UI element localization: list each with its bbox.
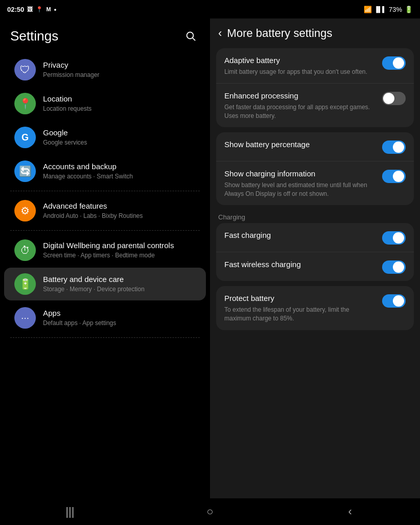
back-nav-icon: ‹ xyxy=(348,505,352,518)
adaptive-battery-toggle[interactable] xyxy=(382,56,406,70)
google-icon: G xyxy=(14,127,36,148)
google-subtitle: Google services xyxy=(43,139,196,147)
battery-percentage: 73% xyxy=(389,6,402,13)
apps-icon: ⋯ xyxy=(14,307,36,329)
sidebar-item-apps[interactable]: ⋯ Apps Default apps · App settings xyxy=(4,301,206,334)
charging-section: Charging Fast charging Fast wireless cha… xyxy=(216,210,414,281)
protect-battery-item[interactable]: Protect battery To extend the lifespan o… xyxy=(216,286,414,330)
advanced-icon: ⚙ xyxy=(14,200,36,221)
divider-2 xyxy=(10,230,200,231)
adaptive-battery-subtitle: Limit battery usage for apps that you do… xyxy=(224,68,377,76)
show-battery-percentage-toggle[interactable] xyxy=(382,140,406,154)
divider-3 xyxy=(10,337,200,338)
apps-subtitle: Default apps · App settings xyxy=(43,319,196,328)
show-battery-percentage-item[interactable]: Show battery percentage xyxy=(216,132,414,161)
fast-wireless-charging-title: Fast wireless charging xyxy=(224,259,377,270)
protect-card: Protect battery To extend the lifespan o… xyxy=(216,286,414,330)
privacy-subtitle: Permission manager xyxy=(43,71,196,79)
enhanced-processing-title: Enhanced processing xyxy=(224,91,377,101)
wifi-icon: 📶 xyxy=(364,6,372,13)
location-subtitle: Location requests xyxy=(43,105,196,113)
svg-line-1 xyxy=(193,38,195,41)
signal-icon: ▐▌▌ xyxy=(374,6,386,12)
advanced-subtitle: Android Auto · Labs · Bixby Routines xyxy=(43,212,196,220)
show-charging-info-item[interactable]: Show charging information Show battery l… xyxy=(216,161,414,205)
svg-point-0 xyxy=(187,32,194,39)
right-panel: ‹ More battery settings Adaptive battery… xyxy=(210,18,420,498)
divider-1 xyxy=(10,191,200,191)
battery-subtitle: Storage · Memory · Device protection xyxy=(43,286,196,294)
sidebar-item-battery[interactable]: 🔋 Battery and device care Storage · Memo… xyxy=(4,268,206,300)
location-title: Location xyxy=(43,94,196,104)
advanced-title: Advanced features xyxy=(43,201,196,211)
nav-bar: ||| ○ ‹ xyxy=(0,498,420,525)
show-charging-info-title: Show charging information xyxy=(224,169,377,179)
right-content: Adaptive battery Limit battery usage for… xyxy=(210,45,420,498)
show-battery-percentage-title: Show battery percentage xyxy=(224,139,377,150)
settings-title: Settings xyxy=(10,28,58,44)
battery-icon: 🔋 xyxy=(405,6,413,13)
status-time: 02:50 xyxy=(7,6,24,13)
accounts-subtitle: Manage accounts · Smart Switch xyxy=(43,173,196,181)
sidebar-item-privacy[interactable]: 🛡 Privacy Permission manager xyxy=(4,53,206,86)
dot-icon: • xyxy=(54,6,56,13)
privacy-icon: 🛡 xyxy=(14,59,36,80)
battery-title: Battery and device care xyxy=(43,274,196,285)
sidebar-item-location[interactable]: 📍 Location Location requests xyxy=(4,87,206,120)
fast-wireless-charging-toggle[interactable] xyxy=(382,260,406,274)
location-setting-icon: 📍 xyxy=(14,93,36,114)
back-nav-button[interactable]: ‹ xyxy=(334,502,365,521)
right-header: ‹ More battery settings xyxy=(210,18,420,45)
enhanced-processing-item[interactable]: Enhanced processing Get faster data proc… xyxy=(216,83,414,127)
recents-button[interactable]: ||| xyxy=(55,502,86,521)
search-button[interactable] xyxy=(181,27,200,45)
home-icon: ○ xyxy=(206,505,213,518)
protect-battery-title: Protect battery xyxy=(224,293,377,304)
location-icon: 📍 xyxy=(36,6,43,13)
wellbeing-title: Digital Wellbeing and parental controls xyxy=(43,240,196,251)
fast-charging-title: Fast charging xyxy=(224,230,377,240)
protect-battery-toggle[interactable] xyxy=(382,294,406,308)
status-left: 02:50 🖼 📍 M • xyxy=(7,6,56,13)
sidebar-item-accounts[interactable]: 🔄 Accounts and backup Manage accounts · … xyxy=(4,155,206,188)
main-content: Settings 🛡 Privacy Permission manager 📍 xyxy=(0,18,420,498)
battery-setting-icon: 🔋 xyxy=(14,273,36,295)
back-button[interactable]: ‹ xyxy=(218,27,222,40)
wellbeing-subtitle: Screen time · App timers · Bedtime mode xyxy=(43,252,196,260)
adaptive-battery-item[interactable]: Adaptive battery Limit battery usage for… xyxy=(216,48,414,83)
fast-wireless-charging-item[interactable]: Fast wireless charging xyxy=(216,252,414,281)
adaptive-card: Adaptive battery Limit battery usage for… xyxy=(216,48,414,127)
sidebar-item-google[interactable]: G Google Google services xyxy=(4,121,206,154)
privacy-title: Privacy xyxy=(43,60,196,70)
recents-icon: ||| xyxy=(66,505,74,518)
apps-title: Apps xyxy=(43,308,196,318)
show-charging-info-toggle[interactable] xyxy=(382,170,406,183)
adaptive-battery-title: Adaptive battery xyxy=(224,55,377,66)
enhanced-processing-subtitle: Get faster data processing for all apps … xyxy=(224,103,377,120)
left-panel: Settings 🛡 Privacy Permission manager 📍 xyxy=(0,18,210,498)
charging-card: Fast charging Fast wireless charging xyxy=(216,223,414,281)
charging-label: Charging xyxy=(216,210,414,223)
home-button[interactable]: ○ xyxy=(195,502,225,521)
status-bar: 02:50 🖼 📍 M • 📶 ▐▌▌ 73% 🔋 xyxy=(0,0,420,18)
accounts-icon: 🔄 xyxy=(14,160,36,182)
status-right: 📶 ▐▌▌ 73% 🔋 xyxy=(364,6,413,13)
settings-header: Settings xyxy=(0,18,210,50)
settings-list: 🛡 Privacy Permission manager 📍 Location … xyxy=(0,50,210,498)
photo-icon: 🖼 xyxy=(27,6,33,12)
mail-icon: M xyxy=(46,6,51,12)
sidebar-item-wellbeing[interactable]: ⏱ Digital Wellbeing and parental control… xyxy=(4,234,206,267)
wellbeing-icon: ⏱ xyxy=(14,239,36,261)
fast-charging-toggle[interactable] xyxy=(382,231,406,245)
google-title: Google xyxy=(43,128,196,138)
enhanced-processing-toggle[interactable] xyxy=(382,92,406,105)
display-card: Show battery percentage Show charging in… xyxy=(216,132,414,205)
accounts-title: Accounts and backup xyxy=(43,161,196,172)
sidebar-item-advanced[interactable]: ⚙ Advanced features Android Auto · Labs … xyxy=(4,194,206,227)
right-panel-title: More battery settings xyxy=(227,27,332,40)
protect-battery-subtitle: To extend the lifespan of your battery, … xyxy=(224,306,377,323)
show-charging-info-subtitle: Show battery level and estimated time un… xyxy=(224,181,377,198)
fast-charging-item[interactable]: Fast charging xyxy=(216,223,414,252)
